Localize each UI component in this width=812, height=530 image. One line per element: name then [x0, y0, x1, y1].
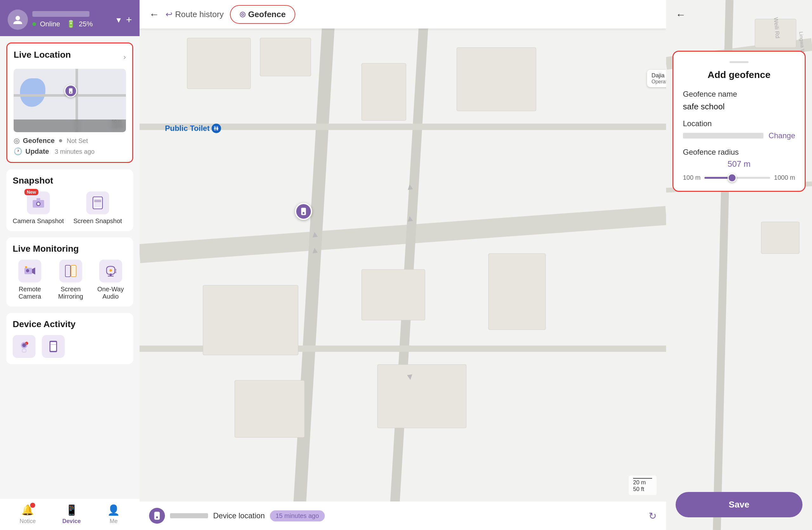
building-8: [235, 380, 304, 438]
svg-point-42: [156, 516, 158, 518]
geofence-panel: Add geofence Geofence name safe school L…: [672, 51, 806, 192]
activity-item-1[interactable]: !: [13, 335, 35, 358]
snapshot-title: Snapshot: [13, 176, 127, 186]
remote-camera-label: Remote Camera: [13, 285, 47, 300]
route-icon: ↩: [165, 10, 173, 19]
building-5: [203, 285, 298, 355]
header-actions: ▾ +: [116, 14, 132, 26]
remote-camera-item[interactable]: Remote Camera: [13, 260, 47, 300]
svg-rect-14: [25, 266, 27, 268]
svg-rect-39: [301, 208, 306, 215]
header-name-blur: [32, 11, 89, 17]
update-label: Update: [25, 147, 49, 156]
device-loc-blur: [170, 513, 208, 518]
save-button[interactable]: Save: [676, 492, 802, 517]
scale-m: 20 m: [633, 479, 652, 486]
battery-label: 25%: [79, 20, 93, 28]
geofence-name-value[interactable]: safe school: [683, 102, 795, 112]
device-loc-icon: [149, 508, 165, 524]
device-label: Device: [62, 518, 81, 525]
right-back-btn[interactable]: ←: [676, 9, 686, 20]
geofence-location-row: Change: [683, 131, 795, 140]
radius-slider[interactable]: [705, 177, 770, 179]
geofence-change-btn[interactable]: Change: [769, 131, 795, 140]
nav-notice[interactable]: 🔔 Notice: [20, 504, 36, 525]
notice-badge: [30, 503, 35, 508]
geofence-radius-label: Geofence radius: [683, 148, 795, 157]
screen-snapshot-label: Screen Snapshot: [73, 218, 122, 225]
add-icon[interactable]: +: [126, 14, 132, 26]
activity-icon-1: !: [13, 335, 35, 358]
svg-text:▼: ▼: [405, 371, 415, 382]
business-name: Dajia Internati...: [652, 72, 666, 79]
route-history-label: Route history: [175, 10, 223, 19]
map-container[interactable]: ▲ ▲ ▲ ▲ ▼ ← ↩ Route history ◎ Geofence D…: [140, 0, 666, 530]
live-location-map-preview[interactable]: 50 m 100 ft: [14, 69, 126, 132]
svg-text:▲: ▲: [310, 229, 320, 240]
update-time: 3 minutes ago: [55, 148, 95, 155]
bottom-nav: 🔔 Notice 📱 Device 👤 Me: [0, 498, 140, 530]
screen-snapshot-item[interactable]: Screen Snapshot: [73, 191, 122, 225]
update-meta: 🕐 Update 3 minutes ago: [14, 147, 126, 156]
scale-ft: 50 ft: [633, 486, 652, 492]
device-activity-section: Device Activity !: [6, 313, 133, 364]
dropdown-icon[interactable]: ▾: [116, 15, 121, 25]
svg-rect-6: [37, 198, 40, 200]
svg-text:▲: ▲: [310, 245, 320, 255]
header-status: Online 🔋 25%: [32, 20, 112, 28]
geofence-tab[interactable]: ◎ Geofence: [230, 5, 295, 24]
svg-point-13: [26, 269, 29, 272]
svg-point-40: [303, 212, 304, 214]
geofence-tab-icon: ◎: [240, 10, 246, 18]
notice-label: Notice: [20, 518, 36, 525]
building-4: [457, 47, 536, 111]
geofence-name-label: Geofence name: [683, 90, 795, 99]
screen-mirroring-icon: [59, 260, 82, 282]
screen-mirroring-item[interactable]: Screen Mirroring: [53, 260, 88, 300]
live-location-arrow[interactable]: ›: [124, 53, 126, 61]
refresh-btn[interactable]: ↻: [649, 510, 656, 521]
svg-marker-12: [32, 267, 35, 275]
svg-point-2: [70, 92, 71, 93]
middle-panel: ▲ ▲ ▲ ▲ ▼ ← ↩ Route history ◎ Geofence D…: [140, 0, 666, 530]
svg-point-5: [37, 203, 40, 205]
activity-item-2[interactable]: [42, 335, 65, 358]
svg-rect-18: [72, 266, 75, 276]
drag-handle: [729, 61, 749, 63]
nav-me[interactable]: 👤 Me: [107, 504, 120, 525]
activity-icons-row: !: [13, 335, 127, 358]
camera-snapshot-item[interactable]: New Camera Snapshot: [13, 191, 64, 225]
svg-rect-8: [94, 198, 101, 207]
live-location-card: Live Location › 50 m 100 ft: [6, 43, 133, 163]
camera-snapshot-icon-wrap: New: [27, 191, 50, 214]
screen-snapshot-icon-wrap: [86, 191, 109, 214]
device-activity-title: Device Activity: [13, 319, 127, 329]
svg-rect-16: [66, 266, 70, 276]
nav-device[interactable]: 📱 Device: [62, 504, 81, 525]
public-toilet-pin: Public Toilet 🚻: [165, 123, 221, 133]
geofence-meta-label: Geofence: [23, 137, 55, 145]
slider-max: 1000 m: [774, 174, 795, 181]
device-loc-label: Device location: [213, 511, 265, 520]
route-history-tab[interactable]: ↩ Route history: [165, 10, 223, 19]
geofence-location-label: Location: [683, 119, 795, 128]
svg-text:▲: ▲: [405, 181, 415, 192]
svg-point-21: [110, 269, 112, 272]
snapshot-grid: New Camera Snapshot: [13, 191, 127, 225]
one-way-audio-label: One-Way Audio: [94, 285, 127, 300]
location-meta: ◎ Geofence Not Set 🕐 Update 3 minutes ag…: [14, 137, 126, 156]
building-1: [187, 38, 250, 89]
map-device-pin-main: [295, 203, 312, 220]
map-svg: ▲ ▲ ▲ ▲ ▼: [140, 0, 666, 530]
meta-dot: [59, 139, 62, 142]
geofence-location-blur: [683, 133, 764, 138]
new-badge: New: [25, 189, 39, 195]
left-header: Online 🔋 25% ▾ +: [0, 0, 140, 36]
slider-thumb[interactable]: [728, 173, 737, 182]
business-annotation-text: Dajia Internati... Operation C...: [647, 70, 666, 87]
one-way-audio-item[interactable]: One-Way Audio: [94, 260, 127, 300]
map-device-pin: [64, 85, 77, 97]
business-sub: Operation C...: [652, 79, 666, 85]
public-toilet-label: Public Toilet: [165, 124, 210, 133]
map-back-btn[interactable]: ←: [149, 9, 159, 20]
